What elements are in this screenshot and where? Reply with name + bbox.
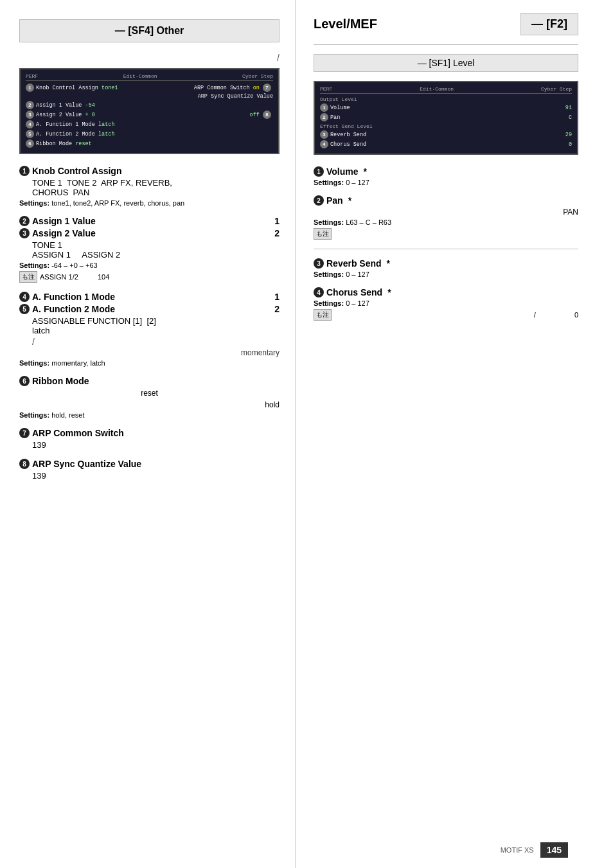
right-param-chorus: 4 Chorus Send * Settings: 0 – 127 も注 / 0 — [314, 287, 578, 321]
right-divider-top — [314, 44, 578, 45]
param-arp-switch: 7 ARP Common Switch 139 — [19, 428, 280, 450]
right-screen-hdr-perf: PERF — [320, 86, 332, 92]
param-5-latch: latch — [32, 326, 280, 335]
right-sub-header: — [SF1] Level — [314, 54, 578, 72]
param-1-num: 1 — [19, 166, 30, 176]
param-1-settings: Settings: tone1, tone2, ARP FX, reverb, … — [19, 199, 280, 207]
param-8-title: 8 ARP Sync Quantize Value — [19, 459, 280, 469]
right-param-4-note: も注 / 0 — [314, 309, 578, 321]
param-5-settings: Settings: momentary, latch — [19, 359, 280, 367]
param-5-title: 5 A. Function 2 Mode 2 — [19, 304, 280, 314]
right-param-1-settings: Settings: 0 – 127 — [314, 179, 578, 186]
right-header-row: Level/MEF — [F2] — [314, 13, 578, 35]
screen-row-6: 6Ribbon Mode reset — [26, 139, 273, 148]
right-param-4-title: 4 Chorus Send * — [314, 287, 578, 297]
left-section-title: — [SF4] Other — [19, 19, 280, 42]
right-param-3-settings: Settings: 0 – 127 — [314, 270, 578, 278]
param-3-tone: TONE 1 — [32, 240, 280, 250]
screen-hdr-perf: PERF — [26, 73, 38, 79]
param-5-assignable: ASSIGNABLE FUNCTION [1] [2] — [32, 316, 280, 326]
right-screen-row-4: 4Chorus Send 0 — [320, 140, 572, 148]
right-param-reverb: 3 Reverb Send * Settings: 0 – 127 — [314, 258, 578, 278]
right-screen-row-2: 2Pan C — [320, 113, 572, 121]
right-divider-mid — [314, 249, 578, 249]
param-ribbon: 6 Ribbon Mode reset hold Settings: hold,… — [19, 376, 280, 419]
param-5-num: 5 — [19, 304, 30, 314]
right-param-3-title: 3 Reverb Send * — [314, 258, 578, 269]
param-assign-values: 2 Assign 1 Value 1 3 Assign 2 Value 2 TO… — [19, 216, 280, 283]
right-param-volume: 1 Volume * Settings: 0 – 127 — [314, 166, 578, 186]
right-param-2-pan-label: PAN — [314, 208, 578, 217]
param-6-hold: hold — [19, 400, 280, 409]
right-screen-hdr-edit: Edit-Common — [420, 86, 454, 92]
param-2-title: 2 Assign 1 Value 1 — [19, 216, 280, 226]
screen-row-2: 2Assign 1 Value -54 — [26, 101, 273, 109]
right-param-1-num: 1 — [314, 166, 324, 177]
param-7-num: 7 — [19, 428, 30, 438]
right-param-pan: 2 Pan * PAN Settings: L63 – C – R63 も注 — [314, 195, 578, 240]
param-5-momentary: momentary — [19, 348, 280, 357]
screen-row-1: 1Knob Control Assign tone1 ARP Common Sw… — [26, 84, 273, 92]
param-5-slash: / — [32, 337, 280, 347]
param-function-modes: 4 A. Function 1 Mode 1 5 A. Function 2 M… — [19, 292, 280, 367]
right-param-3-num: 3 — [314, 258, 324, 269]
screen-header-row: PERF Edit-Common Cyber Step — [26, 73, 273, 81]
right-screen-group1: Output Level — [320, 96, 572, 102]
param-6-settings: Settings: hold, reset — [19, 411, 280, 419]
param-8-num: 8 — [19, 459, 30, 469]
param-8-line: 139 — [32, 471, 280, 481]
right-screen-hdr-cyber: Cyber Step — [541, 86, 572, 92]
right-param-4-settings: Settings: 0 – 127 — [314, 299, 578, 307]
param-3-settings: Settings: -64 – +0 – +63 — [19, 261, 280, 269]
screen-row-3: 3Assign 2 Value + 0 off 8 — [26, 111, 273, 119]
page-footer: MOTIF XS 145 — [501, 842, 568, 858]
param-6-reset: reset — [19, 389, 280, 398]
param-7-line: 139 — [32, 440, 280, 450]
right-param-2-note: も注 — [314, 228, 578, 240]
screen-hdr-cyber: Cyber Step — [242, 73, 273, 79]
right-screen-group2: Effect Send Level — [320, 123, 572, 129]
right-param-2-num: 2 — [314, 195, 324, 206]
param-3-num: 3 — [19, 228, 30, 238]
param-3-title: 3 Assign 2 Value 2 — [19, 228, 280, 238]
screen-row-4: 4A. Function 1 Mode latch — [26, 120, 273, 128]
right-param-4-num: 4 — [314, 287, 324, 297]
left-column: — [SF4] Other / PERF Edit-Common Cyber S… — [0, 0, 296, 868]
param-2-num: 2 — [19, 216, 30, 226]
param-1-title: 1 Knob Control Assign — [19, 166, 280, 176]
param-knob-control: 1 Knob Control Assign TONE 1 TONE 2 ARP … — [19, 166, 280, 207]
right-screen-row-1: 1Volume 91 — [320, 103, 572, 112]
right-screen-row-3: 3Reverb Send 29 — [320, 130, 572, 139]
right-param-2-title: 2 Pan * — [314, 195, 578, 206]
right-column: Level/MEF — [F2] — [SF1] Level PERF Edit… — [296, 0, 591, 868]
param-4-title: 4 A. Function 1 Mode 1 — [19, 292, 280, 302]
right-param-2-settings: Settings: L63 – C – R63 — [314, 218, 578, 226]
page-number: 145 — [540, 842, 568, 858]
screen-row-arp: ARP Sync Quantize Value — [26, 93, 273, 100]
right-section-subtitle: Level/MEF — [314, 17, 377, 31]
param-3-assign: ASSIGN 1 ASSIGN 2 — [32, 250, 280, 260]
param-arp-quantize: 8 ARP Sync Quantize Value 139 — [19, 459, 280, 481]
page-brand: MOTIF XS — [501, 846, 534, 854]
param-6-num: 6 — [19, 376, 30, 386]
param-6-title: 6 Ribbon Mode — [19, 376, 280, 386]
left-screen: PERF Edit-Common Cyber Step 1Knob Contro… — [19, 68, 280, 154]
param-3-note: も注 ASSIGN 1/2 104 — [19, 271, 280, 283]
page-container: — [SF4] Other / PERF Edit-Common Cyber S… — [0, 0, 613, 868]
right-section-title: — [F2] — [520, 13, 578, 35]
left-slash: / — [19, 53, 280, 63]
param-4-num: 4 — [19, 292, 30, 302]
right-param-1-title: 1 Volume * — [314, 166, 578, 177]
param-1-line1: TONE 1 TONE 2 ARP FX, REVERB, — [32, 178, 280, 188]
param-7-title: 7 ARP Common Switch — [19, 428, 280, 438]
screen-hdr-edit: Edit-Common — [123, 73, 157, 79]
screen-row-5: 5A. Function 2 Mode latch — [26, 130, 273, 138]
right-screen: PERF Edit-Common Cyber Step Output Level… — [314, 81, 578, 155]
right-screen-header: PERF Edit-Common Cyber Step — [320, 86, 572, 94]
param-1-line2: CHORUS PAN — [32, 188, 280, 197]
